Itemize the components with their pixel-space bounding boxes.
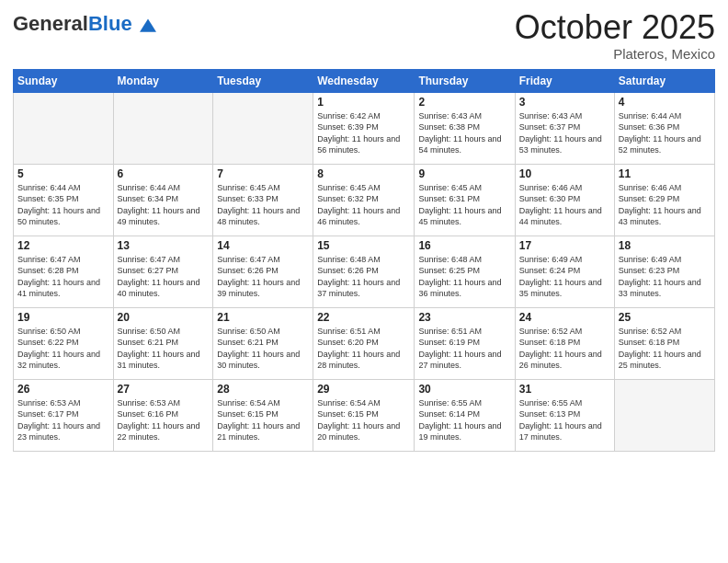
calendar-week-row: 5Sunrise: 6:44 AM Sunset: 6:35 PM Daylig… xyxy=(14,164,715,236)
day-of-week-header: Saturday xyxy=(614,69,714,92)
calendar-day-cell xyxy=(614,379,714,451)
day-of-week-header: Monday xyxy=(113,69,213,92)
day-info: Sunrise: 6:52 AM Sunset: 6:18 PM Dayligh… xyxy=(519,326,610,372)
day-info: Sunrise: 6:45 AM Sunset: 6:33 PM Dayligh… xyxy=(217,182,309,228)
day-info: Sunrise: 6:45 AM Sunset: 6:32 PM Dayligh… xyxy=(317,182,410,228)
day-number: 14 xyxy=(217,239,309,252)
title-block: October 2025 Plateros, Mexico xyxy=(515,9,715,62)
day-number: 11 xyxy=(619,167,711,180)
day-of-week-header: Tuesday xyxy=(213,69,313,92)
calendar-day-cell: 18Sunrise: 6:49 AM Sunset: 6:23 PM Dayli… xyxy=(614,236,714,307)
calendar-day-cell: 16Sunrise: 6:48 AM Sunset: 6:25 PM Dayli… xyxy=(415,236,515,307)
calendar-day-cell xyxy=(213,92,313,164)
calendar-day-cell xyxy=(113,92,213,164)
day-info: Sunrise: 6:50 AM Sunset: 6:21 PM Dayligh… xyxy=(217,326,309,372)
calendar-day-cell: 20Sunrise: 6:50 AM Sunset: 6:21 PM Dayli… xyxy=(113,307,213,379)
day-number: 8 xyxy=(317,167,410,180)
calendar-day-cell: 9Sunrise: 6:45 AM Sunset: 6:31 PM Daylig… xyxy=(415,164,515,236)
calendar-week-row: 26Sunrise: 6:53 AM Sunset: 6:17 PM Dayli… xyxy=(14,379,715,451)
day-info: Sunrise: 6:48 AM Sunset: 6:25 PM Dayligh… xyxy=(418,254,510,300)
day-number: 29 xyxy=(317,383,410,396)
day-info: Sunrise: 6:49 AM Sunset: 6:23 PM Dayligh… xyxy=(619,254,711,300)
calendar-day-cell: 22Sunrise: 6:51 AM Sunset: 6:20 PM Dayli… xyxy=(313,307,415,379)
day-info: Sunrise: 6:43 AM Sunset: 6:38 PM Dayligh… xyxy=(418,110,510,156)
day-number: 9 xyxy=(418,167,510,180)
calendar-day-cell: 4Sunrise: 6:44 AM Sunset: 6:36 PM Daylig… xyxy=(614,92,714,164)
day-of-week-header: Wednesday xyxy=(313,69,415,92)
day-number: 13 xyxy=(118,239,210,252)
day-number: 20 xyxy=(118,311,210,324)
header: GeneralBlue October 2025 Plateros, Mexic… xyxy=(13,9,715,62)
calendar-week-row: 12Sunrise: 6:47 AM Sunset: 6:28 PM Dayli… xyxy=(14,236,715,307)
day-number: 3 xyxy=(519,96,610,109)
calendar-day-cell: 8Sunrise: 6:45 AM Sunset: 6:32 PM Daylig… xyxy=(313,164,415,236)
calendar-day-cell: 5Sunrise: 6:44 AM Sunset: 6:35 PM Daylig… xyxy=(14,164,114,236)
day-of-week-header: Friday xyxy=(515,69,614,92)
day-number: 22 xyxy=(317,311,410,324)
day-info: Sunrise: 6:50 AM Sunset: 6:22 PM Dayligh… xyxy=(17,326,109,372)
day-info: Sunrise: 6:47 AM Sunset: 6:26 PM Dayligh… xyxy=(217,254,309,300)
calendar-day-cell: 3Sunrise: 6:43 AM Sunset: 6:37 PM Daylig… xyxy=(515,92,614,164)
day-number: 31 xyxy=(519,383,610,396)
day-info: Sunrise: 6:45 AM Sunset: 6:31 PM Dayligh… xyxy=(418,182,510,228)
calendar-day-cell: 26Sunrise: 6:53 AM Sunset: 6:17 PM Dayli… xyxy=(14,379,114,451)
calendar-day-cell xyxy=(14,92,114,164)
day-number: 12 xyxy=(17,239,109,252)
day-number: 28 xyxy=(217,383,309,396)
calendar-week-row: 19Sunrise: 6:50 AM Sunset: 6:22 PM Dayli… xyxy=(14,307,715,379)
day-number: 25 xyxy=(619,311,711,324)
day-number: 19 xyxy=(17,311,109,324)
day-info: Sunrise: 6:42 AM Sunset: 6:39 PM Dayligh… xyxy=(317,110,410,156)
day-number: 18 xyxy=(619,239,711,252)
day-number: 16 xyxy=(418,239,510,252)
logo-blue-text: Blue xyxy=(88,12,132,35)
location: Plateros, Mexico xyxy=(515,46,715,62)
day-info: Sunrise: 6:49 AM Sunset: 6:24 PM Dayligh… xyxy=(519,254,610,300)
calendar-table: SundayMondayTuesdayWednesdayThursdayFrid… xyxy=(13,69,715,452)
day-number: 6 xyxy=(118,167,210,180)
day-of-week-header: Thursday xyxy=(415,69,515,92)
calendar-header-row: SundayMondayTuesdayWednesdayThursdayFrid… xyxy=(14,69,715,92)
day-of-week-header: Sunday xyxy=(14,69,114,92)
day-number: 23 xyxy=(418,311,510,324)
calendar-container: GeneralBlue October 2025 Plateros, Mexic… xyxy=(0,0,728,563)
day-info: Sunrise: 6:51 AM Sunset: 6:20 PM Dayligh… xyxy=(317,326,410,372)
day-info: Sunrise: 6:50 AM Sunset: 6:21 PM Dayligh… xyxy=(118,326,210,372)
month-title: October 2025 xyxy=(515,9,715,46)
calendar-day-cell: 13Sunrise: 6:47 AM Sunset: 6:27 PM Dayli… xyxy=(113,236,213,307)
day-number: 30 xyxy=(418,383,510,396)
day-number: 4 xyxy=(619,96,711,109)
day-number: 15 xyxy=(317,239,410,252)
day-info: Sunrise: 6:44 AM Sunset: 6:36 PM Dayligh… xyxy=(619,110,711,156)
calendar-day-cell: 12Sunrise: 6:47 AM Sunset: 6:28 PM Dayli… xyxy=(14,236,114,307)
day-info: Sunrise: 6:47 AM Sunset: 6:28 PM Dayligh… xyxy=(17,254,109,300)
day-info: Sunrise: 6:48 AM Sunset: 6:26 PM Dayligh… xyxy=(317,254,410,300)
calendar-day-cell: 25Sunrise: 6:52 AM Sunset: 6:18 PM Dayli… xyxy=(614,307,714,379)
day-info: Sunrise: 6:47 AM Sunset: 6:27 PM Dayligh… xyxy=(118,254,210,300)
day-info: Sunrise: 6:46 AM Sunset: 6:29 PM Dayligh… xyxy=(619,182,711,228)
calendar-week-row: 1Sunrise: 6:42 AM Sunset: 6:39 PM Daylig… xyxy=(14,92,715,164)
day-number: 2 xyxy=(418,96,510,109)
day-number: 1 xyxy=(317,96,410,109)
calendar-day-cell: 10Sunrise: 6:46 AM Sunset: 6:30 PM Dayli… xyxy=(515,164,614,236)
calendar-day-cell: 15Sunrise: 6:48 AM Sunset: 6:26 PM Dayli… xyxy=(313,236,415,307)
day-info: Sunrise: 6:54 AM Sunset: 6:15 PM Dayligh… xyxy=(317,397,410,443)
day-number: 17 xyxy=(519,239,610,252)
day-info: Sunrise: 6:52 AM Sunset: 6:18 PM Dayligh… xyxy=(619,326,711,372)
day-number: 27 xyxy=(118,383,210,396)
calendar-day-cell: 1Sunrise: 6:42 AM Sunset: 6:39 PM Daylig… xyxy=(313,92,415,164)
calendar-day-cell: 21Sunrise: 6:50 AM Sunset: 6:21 PM Dayli… xyxy=(213,307,313,379)
calendar-day-cell: 14Sunrise: 6:47 AM Sunset: 6:26 PM Dayli… xyxy=(213,236,313,307)
day-number: 26 xyxy=(17,383,109,396)
logo: GeneralBlue xyxy=(13,13,156,35)
calendar-day-cell: 7Sunrise: 6:45 AM Sunset: 6:33 PM Daylig… xyxy=(213,164,313,236)
day-info: Sunrise: 6:55 AM Sunset: 6:14 PM Dayligh… xyxy=(418,397,510,443)
calendar-day-cell: 30Sunrise: 6:55 AM Sunset: 6:14 PM Dayli… xyxy=(415,379,515,451)
calendar-day-cell: 29Sunrise: 6:54 AM Sunset: 6:15 PM Dayli… xyxy=(313,379,415,451)
day-info: Sunrise: 6:53 AM Sunset: 6:16 PM Dayligh… xyxy=(118,397,210,443)
day-number: 10 xyxy=(519,167,610,180)
day-info: Sunrise: 6:54 AM Sunset: 6:15 PM Dayligh… xyxy=(217,397,309,443)
calendar-day-cell: 2Sunrise: 6:43 AM Sunset: 6:38 PM Daylig… xyxy=(415,92,515,164)
day-number: 21 xyxy=(217,311,309,324)
day-number: 24 xyxy=(519,311,610,324)
